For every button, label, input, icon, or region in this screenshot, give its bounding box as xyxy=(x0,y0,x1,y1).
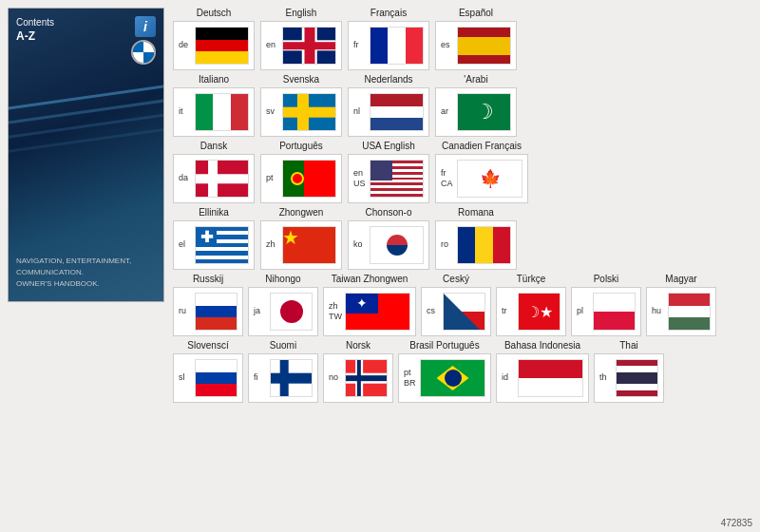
lang-it[interactable]: Italiano it xyxy=(172,74,256,137)
lang-zh[interactable]: Zhongwen zh ★ xyxy=(259,207,343,270)
flag-ko xyxy=(370,226,424,264)
flag-en xyxy=(282,27,336,65)
lang-pt-code: pt xyxy=(266,173,279,184)
lang-ja[interactable]: Nihongo ja xyxy=(247,274,319,336)
book-tagline: NAVIGATION, ENTERTAINMENT,COMMUNICATION.… xyxy=(16,256,156,290)
flags-grid: Deutsch de English en xyxy=(172,8,752,515)
lang-el-code: el xyxy=(179,239,192,251)
book-az-label: A-Z xyxy=(16,29,54,43)
page-id: 472835 xyxy=(721,518,752,528)
lang-en-label: English xyxy=(286,8,317,19)
lang-no-code: no xyxy=(329,372,342,384)
bmw-i-logo: i xyxy=(135,16,156,37)
lang-br-label: Brasil Português xyxy=(409,340,479,352)
flag-ru xyxy=(195,293,238,331)
lang-tr[interactable]: Türkçe tr ☽★ xyxy=(495,274,567,336)
lang-pl[interactable]: Polski pl xyxy=(570,274,642,336)
lang-nl-label: Nederlands xyxy=(364,74,412,86)
lang-ru[interactable]: Russkij ru xyxy=(172,274,244,336)
brazil-circle xyxy=(445,370,462,387)
lang-el[interactable]: Ellinika el ✚ xyxy=(172,207,256,270)
lang-pt[interactable]: Português pt xyxy=(259,141,343,203)
flag-it xyxy=(195,93,249,131)
lang-fr-label: Français xyxy=(370,8,407,19)
flag-pl xyxy=(593,293,636,331)
lang-cs-label: Ceský xyxy=(443,274,469,285)
lang-ca-code: fr CA xyxy=(441,168,454,189)
lang-pl-code: pl xyxy=(577,306,590,317)
lang-ro[interactable]: Romana ro xyxy=(434,207,518,270)
china-star-icon: ★ xyxy=(282,226,299,249)
book-cover-text: Contents A-Z xyxy=(16,16,54,43)
lang-da[interactable]: Dansk da xyxy=(172,141,256,203)
lang-br[interactable]: Brasil Português pt BR xyxy=(397,340,492,403)
lang-el-label: Ellinika xyxy=(199,207,229,218)
lang-tr-code: tr xyxy=(502,306,515,317)
lang-en[interactable]: English en xyxy=(259,8,343,70)
lang-cs[interactable]: Ceský cs xyxy=(420,274,492,336)
lang-ca[interactable]: Canadien Français fr CA 🍁 xyxy=(434,141,529,203)
maple-leaf-icon: 🍁 xyxy=(480,168,501,189)
lang-hu-box: hu xyxy=(646,287,716,336)
korea-circle xyxy=(387,235,408,256)
lang-ko-code: ko xyxy=(353,239,367,251)
lang-th[interactable]: Thai th xyxy=(593,340,665,403)
lang-nl-box: nl xyxy=(348,87,429,137)
lang-hu[interactable]: Magyar hu xyxy=(645,274,717,336)
lang-sl[interactable]: Slovenscí sl xyxy=(172,340,244,403)
bmw-q3 xyxy=(133,52,143,63)
lang-nl[interactable]: Nederlands nl xyxy=(347,74,430,137)
flag-tw: ✦ xyxy=(345,293,410,331)
lang-pl-box: pl xyxy=(571,287,641,336)
lang-ar[interactable]: 'Arabi ar ☽ xyxy=(434,74,518,137)
lang-id-box: id xyxy=(496,353,589,403)
lang-sv-code: sv xyxy=(266,106,279,118)
lang-el-box: el ✚ xyxy=(173,220,255,270)
lang-en-code: en xyxy=(266,40,279,51)
bmw-roundel xyxy=(131,40,156,65)
flag-fr xyxy=(370,27,424,65)
flags-row-3: Dansk da Português pt USA Engl xyxy=(172,141,752,203)
lang-de[interactable]: Deutsch de xyxy=(172,8,256,70)
lang-id[interactable]: Bahasa Indonesia id xyxy=(495,340,590,403)
lang-ar-box: ar ☽ xyxy=(435,87,517,137)
flag-el: ✚ xyxy=(195,226,249,264)
lang-fr-box: fr xyxy=(348,21,429,70)
lang-ja-box: ja xyxy=(248,287,318,336)
lang-tr-box: tr ☽★ xyxy=(496,287,566,336)
bmw-q2 xyxy=(143,42,154,52)
lang-fi[interactable]: Suomi fi xyxy=(247,340,319,403)
lang-br-box: pt BR xyxy=(398,353,491,403)
lang-es-label: Español xyxy=(459,8,493,19)
lang-da-box: da xyxy=(173,154,255,203)
flag-ca: 🍁 xyxy=(457,160,522,198)
flag-ja xyxy=(270,293,313,331)
lang-ko[interactable]: Chonson-o ko xyxy=(347,207,430,270)
lang-ro-code: ro xyxy=(441,239,454,251)
lang-fi-code: fi xyxy=(254,372,267,384)
lang-tw[interactable]: Taiwan Zhongwen zh TW ✦ xyxy=(322,274,417,336)
lang-de-code: de xyxy=(179,40,192,51)
lang-tw-label: Taiwan Zhongwen xyxy=(332,274,408,285)
flag-fi xyxy=(270,359,313,397)
lang-fr[interactable]: Français fr xyxy=(347,8,430,70)
lang-sv[interactable]: Svenska sv xyxy=(259,74,343,137)
lang-th-label: Thai xyxy=(619,340,637,352)
bmw-logos: i xyxy=(131,16,156,65)
lang-no[interactable]: Norsk no xyxy=(322,340,394,403)
lang-ko-box: ko xyxy=(348,220,429,270)
lang-it-box: it xyxy=(173,87,255,137)
lang-pt-box: pt xyxy=(260,154,342,203)
lang-zh-label: Zhongwen xyxy=(279,207,324,218)
lang-sv-label: Svenska xyxy=(283,74,319,86)
lang-es[interactable]: Español es xyxy=(434,8,518,70)
lang-pl-label: Polski xyxy=(594,274,619,285)
lang-us[interactable]: USA English en US xyxy=(347,141,430,203)
flags-row-2: Italiano it Svenska sv Nederla xyxy=(172,74,752,137)
lang-sl-code: sl xyxy=(179,372,192,384)
flag-id xyxy=(518,359,583,397)
lang-ar-code: ar xyxy=(441,106,454,118)
page-container: Contents A-Z i NAVIGATION, ENTERTAINMENT… xyxy=(0,0,760,522)
flag-de xyxy=(195,27,249,65)
lang-da-code: da xyxy=(179,173,192,184)
